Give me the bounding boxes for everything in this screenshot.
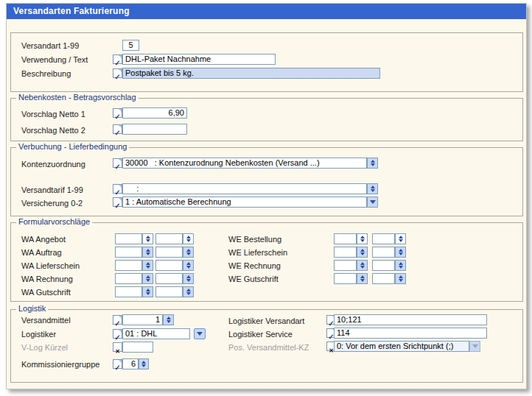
we-lieferschein-spinner-1[interactable] — [357, 247, 368, 258]
netto2-field[interactable] — [122, 124, 187, 135]
versandmittel-check-icon[interactable] — [113, 315, 122, 325]
spin-up-icon — [360, 275, 365, 278]
kontenzuordnung-label: Kontenzuordnung — [21, 160, 85, 169]
spin-up-icon — [141, 361, 146, 364]
logistiker-check-icon[interactable] — [113, 329, 122, 339]
we-bestellung-field-1[interactable] — [334, 233, 357, 244]
we-lieferschein-field-2[interactable] — [372, 247, 395, 258]
we-rechnung-field-2[interactable] — [372, 260, 395, 271]
wa-lieferschein-field-2[interactable] — [155, 260, 183, 271]
wa-auftrag-label: WA Auftrag — [21, 248, 62, 258]
kontenzuordnung-field[interactable]: 30000 : Kontenzurodnung Nebenkosten (Ver… — [122, 158, 367, 169]
wa-lieferschein-spinner-2[interactable] — [183, 260, 194, 271]
spin-down-icon — [146, 239, 150, 242]
group-nebenkosten-legend: Nebenkosten - Betragsvorschlag — [16, 93, 139, 102]
wa-gutschrift-field-2[interactable] — [155, 286, 183, 297]
chevron-down-icon — [472, 344, 478, 348]
kontenzuordnung-check-icon[interactable] — [113, 158, 122, 168]
we-rechnung-label: WE Rechnung — [228, 261, 281, 271]
we-rechnung-field-1[interactable] — [334, 260, 357, 271]
spin-down-icon — [399, 239, 403, 242]
wa-angebot-field-2[interactable] — [155, 233, 183, 244]
wa-lieferschein-field-1[interactable] — [115, 260, 142, 271]
wa-angebot-field-1[interactable] — [115, 233, 142, 244]
versicherung-dropdown-button[interactable] — [367, 197, 378, 208]
we-gutschrift-spinner-2[interactable] — [395, 273, 406, 284]
logistiker-dropdown[interactable]: 01 : DHL — [122, 328, 190, 339]
wa-rechnung-label: WA Rechnung — [21, 275, 73, 284]
verwendung-label: Verwendung / Text — [21, 55, 88, 65]
wa-gutschrift-field-1[interactable] — [115, 286, 142, 297]
kontenzuordnung-spinner[interactable] — [367, 158, 378, 169]
wa-rechnung-spinner-1[interactable] — [142, 273, 153, 284]
wa-auftrag-spinner-1[interactable] — [142, 247, 153, 258]
wa-gutschrift-spinner-1[interactable] — [142, 286, 153, 297]
vlog-kuerzel-field[interactable] — [122, 342, 153, 353]
we-bestellung-field-2[interactable] — [372, 233, 395, 244]
spin-up-icon — [186, 289, 191, 291]
verwendung-field[interactable]: DHL-Paket Nachnahme — [122, 54, 276, 65]
versandtarif-spinner[interactable] — [367, 183, 378, 194]
chevron-down-icon — [197, 332, 203, 336]
versandart-field[interactable]: 5 — [122, 40, 139, 51]
wa-gutschrift-spinner-2[interactable] — [183, 286, 194, 297]
verwendung-check-icon[interactable] — [113, 54, 122, 64]
wa-rechnung-field-1[interactable] — [115, 273, 142, 284]
title-bar: Versandarten Fakturierung — [7, 4, 526, 19]
beschreibung-field[interactable]: Postpaket bis 5 kg. — [122, 68, 380, 79]
we-lieferschein-spinner-2[interactable] — [395, 247, 406, 258]
spin-up-icon — [371, 185, 375, 188]
logistiker-dropdown-button[interactable] — [194, 328, 206, 339]
spin-down-icon — [399, 279, 403, 282]
versicherung-check-icon[interactable] — [113, 197, 122, 207]
logistiker-service-field[interactable]: 114 — [334, 328, 487, 339]
wa-auftrag-spinner-2[interactable] — [183, 247, 194, 258]
wa-auftrag-field-2[interactable] — [155, 247, 183, 258]
wa-lieferschein-spinner-1[interactable] — [142, 260, 153, 271]
versicherung-dropdown[interactable]: 1 : Automatische Berechnung — [122, 197, 367, 208]
we-gutschrift-field-2[interactable] — [372, 273, 395, 284]
spin-down-icon — [360, 266, 365, 269]
wa-rechnung-spinner-2[interactable] — [183, 273, 194, 284]
wa-angebot-spinner-2[interactable] — [183, 233, 194, 244]
spin-up-icon — [167, 317, 171, 319]
kommissioniergruppe-spinner[interactable] — [139, 358, 149, 370]
spin-down-icon — [146, 266, 150, 269]
spin-down-icon — [141, 364, 146, 367]
spin-down-icon — [186, 292, 191, 295]
beschreibung-check-icon[interactable] — [113, 68, 122, 78]
kommissioniergruppe-check-icon[interactable] — [113, 359, 122, 369]
spin-down-icon — [167, 320, 171, 323]
we-rechnung-spinner-1[interactable] — [357, 260, 368, 271]
kommissioniergruppe-field[interactable]: 6 — [122, 358, 139, 370]
wa-auftrag-field-1[interactable] — [115, 247, 142, 258]
wa-rechnung-field-2[interactable] — [155, 273, 183, 284]
wa-angebot-spinner-1[interactable] — [142, 233, 153, 244]
logistiker-versandart-field[interactable]: 10;121 — [334, 314, 487, 325]
netto2-check-icon[interactable] — [113, 124, 122, 134]
pos-versandmittel-kz-dropdown[interactable]: 0: Vor dem ersten Srichtpunkt (;) — [334, 341, 469, 352]
versandtarif-check-icon[interactable] — [113, 184, 122, 194]
vlog-kuerzel-x-icon[interactable] — [113, 342, 122, 352]
netto1-field[interactable]: 6,90 — [122, 107, 187, 119]
we-lieferschein-field-1[interactable] — [334, 247, 357, 258]
group-logistik-legend: Logistik — [16, 305, 48, 313]
we-gutschrift-field-1[interactable] — [334, 273, 357, 284]
we-bestellung-spinner-2[interactable] — [395, 233, 406, 244]
beschreibung-label: Beschreibung — [21, 69, 71, 79]
spin-down-icon — [186, 252, 191, 255]
we-rechnung-spinner-2[interactable] — [395, 260, 406, 271]
spin-down-icon — [186, 266, 191, 269]
spin-up-icon — [399, 262, 403, 265]
logistiker-service-label: Logistiker Service — [228, 330, 293, 339]
versandmittel-spinner[interactable] — [163, 314, 174, 325]
we-lieferschein-label: WE Lieferschein — [228, 248, 287, 258]
we-bestellung-spinner-1[interactable] — [357, 233, 368, 244]
versandtarif-field[interactable]: : — [122, 183, 367, 194]
versandmittel-field[interactable]: 1 — [122, 314, 163, 325]
spin-up-icon — [360, 249, 365, 252]
we-gutschrift-spinner-1[interactable] — [357, 273, 368, 284]
spin-up-icon — [146, 289, 150, 291]
netto1-check-icon[interactable] — [113, 108, 122, 118]
group-formular-legend: Formularvorschläge — [16, 218, 92, 226]
